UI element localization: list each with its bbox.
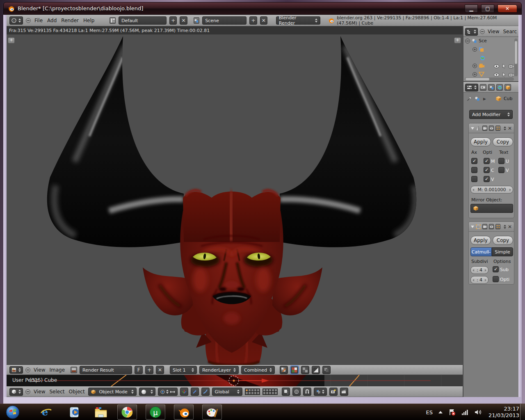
outliner-row-world[interactable] bbox=[480, 55, 485, 62]
menu-help[interactable]: Help bbox=[82, 18, 95, 23]
viewport-3d-strip[interactable]: User Persp (315) Cube bbox=[7, 375, 463, 386]
collapse-menus-icon[interactable] bbox=[480, 29, 485, 34]
delete-layout-button[interactable]: ✕ bbox=[180, 16, 187, 25]
editmode-visibility-toggle[interactable] bbox=[495, 126, 500, 131]
menu-view[interactable]: View bbox=[487, 29, 500, 34]
expand-panel-icon[interactable] bbox=[471, 127, 474, 130]
lock-to-scene-toggle[interactable] bbox=[282, 388, 290, 396]
fake-user-button[interactable]: F bbox=[135, 366, 143, 374]
editor-type-selector[interactable] bbox=[465, 84, 478, 91]
outliner-row-scene[interactable]: Sce bbox=[465, 38, 487, 43]
blender-taskbar-button[interactable] bbox=[174, 404, 194, 420]
add-layout-button[interactable]: + bbox=[169, 16, 177, 25]
tab-render[interactable] bbox=[480, 84, 486, 91]
tab-object[interactable] bbox=[504, 84, 511, 91]
subdivision-type-catmull-button[interactable]: Catmull- bbox=[470, 247, 492, 256]
pivot-select[interactable] bbox=[158, 388, 178, 396]
collapse-menus-icon[interactable] bbox=[26, 18, 31, 23]
unlink-image-button[interactable]: ✕ bbox=[156, 366, 164, 374]
scene-field[interactable]: Scene bbox=[202, 16, 247, 25]
viewport-shading-select[interactable] bbox=[139, 388, 155, 396]
move-modifier-buttons[interactable] bbox=[504, 126, 506, 130]
optimal-display-checkbox[interactable] bbox=[493, 276, 499, 282]
tab-world[interactable] bbox=[496, 84, 503, 91]
vgroups-checkbox[interactable] bbox=[484, 176, 490, 182]
action-center-flag-icon[interactable] bbox=[448, 409, 456, 416]
minimize-button[interactable]: ▁ bbox=[465, 5, 478, 13]
axis-x-checkbox[interactable] bbox=[471, 158, 477, 164]
render-opengl-button[interactable] bbox=[329, 388, 338, 396]
apply-button[interactable]: Apply bbox=[470, 236, 491, 245]
volume-speaker-icon[interactable] bbox=[475, 409, 483, 415]
menu-image[interactable]: Image bbox=[48, 367, 66, 373]
layers-grid-right[interactable] bbox=[262, 388, 278, 395]
outliner-row-renderlayers[interactable] bbox=[472, 47, 484, 52]
menu-file[interactable]: File bbox=[34, 18, 43, 23]
draw-alpha-only-toggle[interactable] bbox=[301, 366, 309, 374]
image-editor-canvas[interactable]: + + bbox=[7, 34, 463, 365]
rotate-manipulator-button[interactable] bbox=[191, 388, 199, 396]
media-player-icon[interactable] bbox=[68, 406, 81, 419]
menu-render[interactable]: Render bbox=[60, 18, 80, 23]
show-desktop-button[interactable] bbox=[520, 404, 525, 420]
textures-v-checkbox[interactable] bbox=[498, 167, 504, 173]
render-visibility-toggle[interactable] bbox=[482, 224, 487, 229]
outliner-row-camera[interactable] bbox=[472, 63, 485, 68]
tab-scene[interactable] bbox=[488, 84, 495, 91]
render-pass-select[interactable]: Combined bbox=[241, 366, 275, 374]
menu-add[interactable]: Add bbox=[46, 18, 57, 23]
subdivide-uvs-checkbox[interactable] bbox=[493, 266, 499, 272]
close-button[interactable]: ✕ bbox=[498, 5, 517, 13]
merge-limit-slider[interactable]: M: 0.001000 bbox=[470, 186, 513, 194]
mirror-modifier-header[interactable]: ✕ bbox=[469, 123, 514, 133]
expand-panel-icon[interactable] bbox=[471, 226, 474, 228]
viewport-visibility-toggle[interactable] bbox=[489, 224, 494, 229]
menu-select[interactable]: Select bbox=[48, 389, 65, 395]
editor-type-selector[interactable] bbox=[9, 388, 23, 396]
paint-taskbar-button[interactable] bbox=[202, 404, 222, 420]
taskbar-clock[interactable]: 23:17 21/03/2013 bbox=[488, 406, 519, 419]
mirror-object-field[interactable] bbox=[470, 204, 513, 213]
manipulator-toggle-icon[interactable] bbox=[170, 390, 175, 394]
add-scene-button[interactable]: + bbox=[249, 16, 257, 25]
language-indicator[interactable]: ES bbox=[426, 409, 433, 415]
collapse-menus-icon[interactable] bbox=[25, 389, 30, 394]
file-explorer-icon[interactable] bbox=[94, 406, 107, 419]
copy-button[interactable]: Copy bbox=[493, 236, 513, 245]
delete-scene-button[interactable]: ✕ bbox=[260, 16, 267, 25]
render-visibility-toggle[interactable] bbox=[482, 126, 487, 131]
editor-type-selector[interactable] bbox=[9, 366, 23, 374]
expand-toolbar-tab[interactable]: + bbox=[8, 37, 15, 43]
apply-button[interactable]: Apply bbox=[470, 137, 491, 146]
layers-grid-left[interactable] bbox=[245, 388, 260, 395]
outliner-vscrollbar[interactable] bbox=[514, 39, 518, 76]
menu-object[interactable]: Object bbox=[68, 389, 86, 395]
object-breadcrumb-icon[interactable] bbox=[496, 96, 501, 101]
window-titlebar[interactable]: Blender* [C:\proyectosblender\diabloojo.… bbox=[3, 2, 522, 15]
draw-alpha-toggle[interactable] bbox=[290, 366, 299, 374]
render-engine-select[interactable]: Blender Render bbox=[276, 16, 320, 25]
expand-icon[interactable] bbox=[472, 64, 477, 68]
expand-properties-tab[interactable]: + bbox=[454, 37, 461, 43]
visibility-eye-icon[interactable] bbox=[494, 73, 499, 77]
collapse-icon[interactable] bbox=[465, 39, 470, 43]
scene-breadcrumb-icon[interactable] bbox=[475, 96, 481, 101]
render-subdivisions-field[interactable]: : 4 bbox=[470, 276, 488, 284]
start-button[interactable] bbox=[6, 405, 20, 419]
slot-select[interactable]: Slot 1 bbox=[170, 366, 197, 374]
editor-type-selector[interactable] bbox=[465, 28, 478, 36]
new-image-button[interactable]: + bbox=[145, 366, 153, 374]
orientation-select[interactable]: Global bbox=[212, 388, 242, 396]
move-modifier-buttons[interactable] bbox=[504, 225, 506, 229]
chrome-taskbar-button[interactable] bbox=[117, 404, 137, 420]
copy-button[interactable]: Copy bbox=[493, 137, 513, 146]
view-subdivisions-field[interactable]: : 4 bbox=[470, 266, 488, 274]
outliner-hscrollbar[interactable] bbox=[465, 78, 514, 81]
delete-modifier-icon[interactable]: ✕ bbox=[508, 224, 512, 230]
renderable-camera-icon[interactable] bbox=[509, 64, 514, 68]
maximize-button[interactable]: ▢ bbox=[481, 5, 494, 13]
selectable-cursor-icon[interactable] bbox=[502, 72, 506, 78]
snap-element-select[interactable] bbox=[314, 388, 327, 396]
network-signal-icon[interactable] bbox=[461, 409, 469, 415]
scene-icon[interactable] bbox=[194, 17, 200, 24]
